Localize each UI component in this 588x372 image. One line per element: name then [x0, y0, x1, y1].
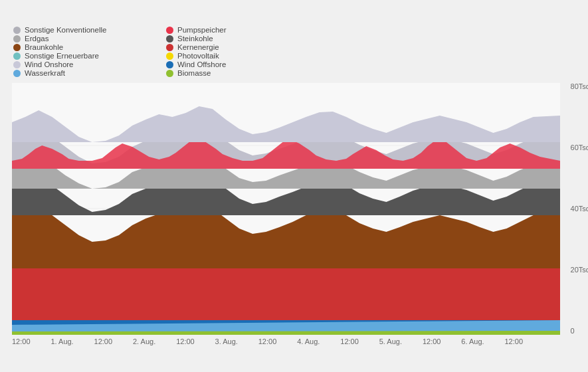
legend-dot	[166, 52, 173, 60]
legend-dot	[13, 70, 21, 77]
legend-item-sonstige-erneuerbare: Sonstige Erneuerbare	[13, 52, 159, 60]
x-label-10: 12:00	[423, 337, 441, 345]
x-label-6: 12:00	[258, 337, 277, 345]
legend-item-sonstige-konventionelle: Sonstige Konventionelle	[13, 26, 159, 34]
legend-item-biomasse: Biomasse	[166, 69, 312, 77]
x-label-0: 12:00	[12, 337, 31, 345]
legend-item-braunkohle: Braunkohle	[13, 43, 159, 51]
y-label-40: 40Tsd.	[571, 205, 588, 213]
legend-dot	[13, 27, 21, 34]
legend-label: Kernenergie	[177, 43, 219, 51]
x-label-11: 6. Aug.	[461, 337, 484, 345]
x-label-12: 12:00	[504, 337, 523, 345]
legend-dot	[166, 61, 173, 68]
x-axis: 12:001. Aug.12:002. Aug.12:003. Aug.12:0…	[7, 335, 555, 345]
x-label-5: 3. Aug.	[215, 337, 238, 345]
chart-container: Sonstige KonventionellePumpspeicherErdga…	[0, 0, 588, 372]
y-label-80: 80Tsd.	[571, 82, 588, 90]
y-label-60: 60Tsd.	[571, 143, 588, 151]
legend-label: Steinkohle	[177, 35, 213, 43]
y-label-0: 0	[571, 327, 588, 335]
legend-item-erdgas: Erdgas	[13, 35, 159, 43]
legend-item-wasserkraft: Wasserkraft	[13, 69, 159, 77]
legend-label: Wind Onshore	[25, 60, 74, 68]
legend-label: Pumpspeicher	[177, 26, 227, 34]
y-label-20: 20Tsd.	[571, 266, 588, 274]
x-label-4: 12:00	[176, 337, 195, 345]
legend-label: Wind Offshore	[177, 60, 226, 68]
legend-label: Braunkohle	[25, 43, 63, 51]
legend-item-photovoltaik: Photovoltaik	[166, 52, 312, 60]
legend-label: Sonstige Erneuerbare	[25, 52, 99, 60]
y-axis-labels: 80Tsd. 60Tsd. 40Tsd. 20Tsd. 0	[571, 82, 588, 335]
chart-svg	[12, 82, 560, 335]
x-label-3: 2. Aug.	[133, 337, 155, 345]
legend-item-wind-offshore: Wind Offshore	[166, 60, 312, 68]
legend-label: Erdgas	[25, 35, 49, 43]
x-label-1: 1. Aug.	[50, 337, 73, 345]
legend-item-steinkohle: Steinkohle	[166, 35, 312, 43]
legend-item-pumpspeicher: Pumpspeicher	[166, 26, 312, 34]
x-label-2: 12:00	[94, 337, 113, 345]
legend-dot	[13, 35, 21, 43]
legend-dot	[166, 44, 173, 51]
legend-label: Sonstige Konventionelle	[25, 26, 106, 34]
legend-dot	[166, 35, 173, 43]
legend-label: Photovoltaik	[177, 52, 219, 60]
chart-legend	[7, 7, 555, 19]
x-label-7: 4. Aug.	[297, 337, 320, 345]
x-label-8: 12:00	[340, 337, 359, 345]
legend-label: Wasserkraft	[25, 69, 65, 77]
legend-dot	[13, 61, 21, 68]
legend-label: Biomasse	[177, 69, 211, 77]
legend-item-kernenergie: Kernenergie	[166, 43, 312, 51]
legend-dot	[166, 70, 173, 77]
legend-dot	[166, 27, 173, 34]
legend-item-wind-onshore: Wind Onshore	[13, 60, 159, 68]
legend-dot	[13, 44, 21, 51]
stacked-area-chart: 80Tsd. 60Tsd. 40Tsd. 20Tsd. 0	[12, 82, 560, 335]
x-label-9: 5. Aug.	[379, 337, 402, 345]
legend-dot	[13, 52, 21, 60]
